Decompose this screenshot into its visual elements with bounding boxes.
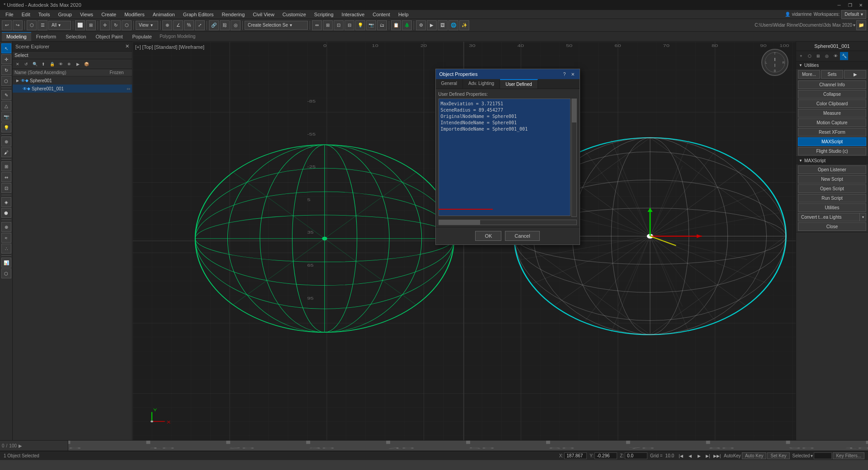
align-view-button[interactable]: 🗂: [377, 20, 387, 30]
y-value[interactable]: -0.296: [594, 452, 617, 459]
menu-tools[interactable]: Tools: [35, 11, 54, 18]
select-by-name-button[interactable]: ☰: [38, 20, 47, 30]
timeline-track[interactable]: 0 10 20 30 40 50 60 70 80 90 100: [68, 441, 868, 451]
redo-button[interactable]: ↪: [13, 20, 23, 30]
modifier-button[interactable]: ⬢: [1, 208, 11, 218]
menu-customize[interactable]: Customize: [279, 11, 310, 18]
mirror-left-button[interactable]: ⇔: [1, 172, 11, 182]
unlink-button[interactable]: ⛓: [220, 20, 230, 30]
prop-tab-user-defined[interactable]: User Defined: [500, 79, 538, 89]
obj-prop-close-button[interactable]: ✕: [570, 71, 576, 77]
prop-tab-general[interactable]: General: [436, 79, 463, 89]
rotate-button[interactable]: ↻: [111, 20, 121, 30]
open-script-button[interactable]: Open Script: [798, 184, 866, 193]
menu-create[interactable]: Create: [98, 11, 120, 18]
user-defined-textarea[interactable]: MaxDeviation = 3.721751 SceneRadius = 89…: [439, 99, 571, 216]
utilities-sets-button[interactable]: Sets: [821, 70, 843, 79]
right-tab-motion[interactable]: ◎: [823, 52, 831, 60]
tab-modeling[interactable]: Modeling: [2, 32, 31, 41]
link-button[interactable]: 🔗: [209, 20, 219, 30]
window-crossing-button[interactable]: ⊞: [86, 20, 96, 30]
transform-button[interactable]: ✛: [1, 54, 11, 64]
track-view-button[interactable]: 📊: [1, 258, 11, 268]
align-camera-button[interactable]: 📷: [366, 20, 376, 30]
right-tab-modify[interactable]: ⬡: [806, 52, 814, 60]
spinner-snap-button[interactable]: ⤢: [195, 20, 205, 30]
spacewarps-button[interactable]: ≈: [1, 233, 11, 243]
scene-item-sphere001[interactable]: ▶ 👁 ◆ Sphere001: [13, 76, 132, 85]
menu-views[interactable]: Views: [76, 11, 97, 18]
go-to-end-button[interactable]: ▶▶|: [713, 452, 721, 460]
percent-snap-button[interactable]: %: [184, 20, 194, 30]
flight-studio-button[interactable]: Flight Studio (c): [798, 147, 866, 155]
render-setup-button[interactable]: ⚙: [416, 20, 426, 30]
convert-lights-button[interactable]: Convert t...ea Lights: [798, 213, 860, 221]
snap-toggle-button[interactable]: ⊕: [162, 20, 172, 30]
menu-animation[interactable]: Animation: [149, 11, 179, 18]
layer-manager-button[interactable]: 📋: [391, 20, 401, 30]
scale-button[interactable]: ⬡: [122, 20, 132, 30]
menu-civil-view[interactable]: Civil View: [249, 11, 278, 18]
restore-button[interactable]: ❐: [846, 1, 854, 9]
helpers-button[interactable]: ⊕: [1, 222, 11, 232]
convert-lights-arrow-button[interactable]: ▾: [860, 213, 866, 221]
obj-prop-help-button[interactable]: ?: [561, 71, 568, 77]
se-freeze-btn[interactable]: ❄: [65, 60, 73, 68]
color-clipboard-button[interactable]: Color Clipboard: [798, 99, 866, 108]
create-selection-set-dropdown[interactable]: Create Selection Se▾: [245, 21, 308, 30]
undo-button[interactable]: ↩: [2, 20, 12, 30]
normal-align-button[interactable]: ⊟: [344, 20, 354, 30]
obj-prop-cancel-button[interactable]: Cancel: [505, 231, 539, 241]
obj-prop-titlebar[interactable]: Object Properties ? ✕: [436, 69, 580, 79]
snap-left-button[interactable]: ⊞: [1, 161, 11, 171]
se-filter-btn[interactable]: 🔍: [31, 60, 39, 68]
viewport-area[interactable]: X Y 0 10 20 30 40 50 60 70 80 90 100: [132, 42, 796, 440]
menu-help[interactable]: Help: [395, 11, 412, 18]
menu-modifiers[interactable]: Modifiers: [121, 11, 148, 18]
se-render-btn[interactable]: ▶: [74, 60, 82, 68]
utilities-sets-arrow[interactable]: ▶: [844, 70, 866, 79]
collapse-button[interactable]: Collapse: [798, 90, 866, 99]
menu-rendering[interactable]: Rendering: [218, 11, 249, 18]
menu-graph-editors[interactable]: Graph Editors: [179, 11, 217, 18]
draw-button[interactable]: ✎: [1, 90, 11, 100]
tab-freeform[interactable]: Freeform: [32, 32, 61, 41]
close-button[interactable]: ✕: [857, 1, 864, 9]
viewport[interactable]: X Y 0 10 20 30 40 50 60 70 80 90 100: [132, 42, 796, 440]
menu-edit[interactable]: Edit: [18, 11, 34, 18]
se-sort-btn[interactable]: ⬆: [39, 60, 47, 68]
utilities-more-button[interactable]: More...: [798, 70, 820, 79]
selected-search-input[interactable]: [814, 452, 832, 459]
utilities-inner-button[interactable]: Utilities: [798, 203, 866, 212]
rectangle-select-button[interactable]: ⬜: [75, 20, 85, 30]
camera-left-button[interactable]: 📷: [1, 112, 11, 122]
set-key-button[interactable]: Set Key: [767, 452, 789, 459]
effects-button[interactable]: ✨: [459, 20, 469, 30]
expand-icon[interactable]: ▶: [16, 79, 21, 83]
measure-button[interactable]: Measure: [798, 109, 866, 118]
shapes-button[interactable]: △: [1, 101, 11, 111]
menu-file[interactable]: File: [2, 11, 17, 18]
obj-prop-ok-button[interactable]: OK: [475, 231, 501, 241]
workspace-dropdown[interactable]: Default ▾: [841, 10, 866, 19]
maxscript-button[interactable]: MAXScript: [798, 137, 866, 146]
right-tab-create[interactable]: +: [797, 52, 805, 60]
auto-key-button[interactable]: Auto Key: [742, 452, 767, 459]
environment-button[interactable]: 🌐: [448, 20, 458, 30]
paint-button[interactable]: 🖌: [1, 147, 11, 157]
right-tab-utilities[interactable]: 🔧: [840, 52, 848, 60]
bind-button[interactable]: ◎: [231, 20, 241, 30]
render-button[interactable]: ▶: [427, 20, 437, 30]
timeline-play-btn[interactable]: ▶: [19, 443, 22, 448]
cursor-button[interactable]: ⊕: [1, 136, 11, 146]
prev-frame-button[interactable]: ◀: [686, 452, 694, 460]
tab-object-paint[interactable]: Object Paint: [91, 32, 127, 41]
new-script-button[interactable]: New Script: [798, 175, 866, 183]
obj-prop-hscrollbar[interactable]: [439, 220, 577, 225]
se-hide-btn[interactable]: 👁: [57, 60, 65, 68]
x-value[interactable]: 187.867: [564, 452, 587, 459]
schematic-button[interactable]: ⬡: [1, 268, 11, 278]
lights-button[interactable]: 💡: [1, 122, 11, 132]
reset-xform-button[interactable]: Reset XForm: [798, 128, 866, 136]
open-listener-button[interactable]: Open Listener: [798, 165, 866, 174]
